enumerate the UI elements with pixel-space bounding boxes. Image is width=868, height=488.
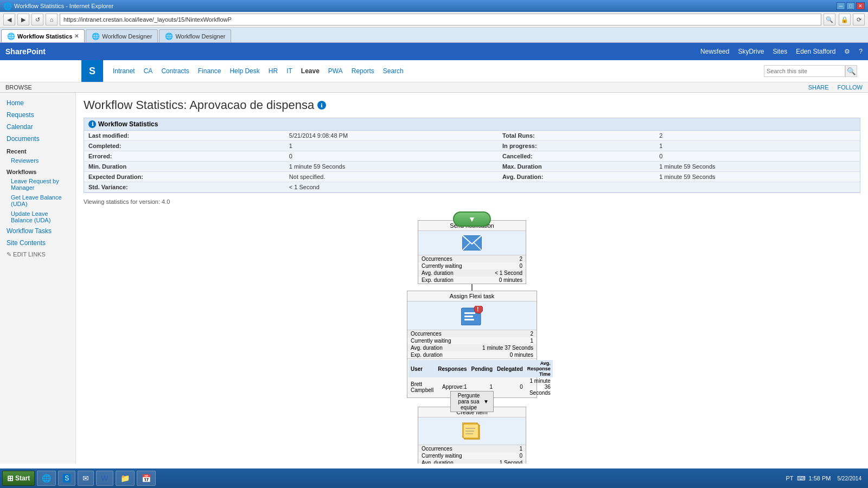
wf-start-button[interactable]: ▼ (453, 211, 491, 227)
back-button[interactable]: ◀ (3, 14, 15, 25)
stat-value-3: 1 minute 59 Seconds (285, 162, 498, 172)
sp-search-box: 🔍 (764, 65, 857, 77)
sidebar-item-calendar[interactable]: Calendar (0, 121, 75, 133)
stats-header: ℹ Workflow Statistics (84, 118, 860, 131)
tab-close-button[interactable]: ✕ (74, 33, 79, 39)
window-title: Workflow Statistics - Internet Explorer (14, 3, 837, 9)
sp-logo-box: S (81, 60, 103, 82)
stat-value-4: Not specified. (285, 172, 498, 182)
refresh-page-button[interactable]: ⟳ (853, 14, 865, 25)
sp-skydrive[interactable]: SkyDrive (738, 48, 764, 55)
tab-workflow-statistics[interactable]: 🌐 Workflow Statistics ✕ (1, 29, 85, 42)
sp-nav-links: Intranet CA Contracts Finance Help Desk … (108, 65, 764, 77)
sn-stat-3: Exp. duration 0 minutes (418, 277, 526, 284)
stat-label-r2: Cancelled: (498, 151, 655, 162)
stat-value-0: 5/21/2014 9:08:48 PM (285, 131, 498, 141)
sidebar-sub-leave-request[interactable]: Leave Request by Manager (0, 176, 75, 192)
nav-helpdesk[interactable]: Help Desk (225, 65, 264, 77)
main-layout: Home Requests Calendar Documents Recent … (0, 93, 868, 464)
sp-newsfeed[interactable]: Newsfeed (700, 48, 729, 55)
content-area: Workflow Statistics: Aprovacao de dispen… (76, 93, 868, 464)
stat-value-r0: 2 (655, 131, 860, 141)
nav-intranet[interactable]: Intranet (108, 65, 139, 77)
browser-toolbar: ◀ ▶ ↺ ⌂ 🔍 🔒 ⟳ (0, 12, 868, 28)
nav-contracts[interactable]: Contracts (157, 65, 193, 77)
nav-reports[interactable]: Reports (347, 65, 379, 77)
sn-stat-2: Avg. duration < 1 Second (418, 269, 526, 277)
col-delegated: Delegated (495, 360, 525, 377)
sidebar-item-documents[interactable]: Documents (0, 133, 75, 145)
ci-stat-0: Occurrences 1 (418, 445, 526, 452)
page-title: Workflow Statistics: Aprovacao de dispen… (84, 98, 860, 112)
pergunte-branch-button[interactable]: Pergunte para sua equipe ▼ (450, 391, 494, 412)
sn-stat-1: Currently waiting 0 (418, 262, 526, 269)
home-button[interactable]: ⌂ (46, 14, 58, 25)
sidebar-sub-get-leave[interactable]: Get Leave Balance (UDA) (0, 192, 75, 209)
nav-finance[interactable]: Finance (194, 65, 226, 77)
sidebar-edit-links[interactable]: ✎ EDIT LINKS (0, 249, 75, 260)
send-notification-stats: Occurrences 2 Currently waiting 0 Avg. d… (418, 255, 526, 284)
share-link[interactable]: SHARE (808, 84, 829, 91)
sidebar-item-requests[interactable]: Requests (0, 109, 75, 121)
ribbon-bar: BROWSE SHARE FOLLOW (0, 82, 868, 93)
nav-hr[interactable]: HR (264, 65, 282, 77)
workflow-stats-container: ℹ Workflow Statistics Last modified: 5/2… (84, 118, 860, 193)
sidebar-item-workflow-tasks[interactable]: Workflow Tasks (0, 225, 75, 237)
sp-top-right: Newsfeed SkyDrive Sites Eden Stafford ⚙ … (700, 48, 863, 55)
stats-table: Last modified: 5/21/2014 9:08:48 PM Tota… (84, 131, 860, 192)
nav-ca[interactable]: CA (139, 65, 157, 77)
stat-label-1: Completed: (84, 141, 285, 151)
sidebar-sub-reviewers[interactable]: Reviewers (0, 156, 75, 165)
assign-flexi-container: Assign Flexi task ! (84, 291, 860, 398)
search-button[interactable]: 🔍 (845, 65, 857, 77)
stat-label-3: Min. Duration (84, 162, 285, 172)
stat-value-r2: 0 (655, 151, 860, 162)
assign-flexi-icon-area: ! (407, 301, 537, 330)
stat-label-4: Expected Duration: (84, 172, 285, 182)
sp-sites[interactable]: Sites (773, 48, 787, 55)
stat-label-r3: Max. Duration (498, 162, 655, 172)
svg-text:!: ! (477, 306, 478, 312)
sp-question-icon[interactable]: ? (859, 48, 863, 55)
sn-stat-0: Occurrences 2 (418, 255, 526, 262)
nav-leave[interactable]: Leave (297, 65, 324, 77)
sidebar-item-home[interactable]: Home (0, 97, 75, 109)
send-notification-node: Send notification Occurrences (418, 220, 526, 284)
tab-bar: 🌐 Workflow Statistics ✕ 🌐 Workflow Desig… (0, 28, 868, 43)
close-button[interactable]: ✕ (856, 2, 865, 10)
nav-it[interactable]: IT (282, 65, 297, 77)
sidebar-sub-update-leave[interactable]: Update Leave Balance (UDA) (0, 209, 75, 225)
create-item-stats: Occurrences 1 Currently waiting 0 Avg. d… (418, 445, 526, 464)
forward-button[interactable]: ▶ (17, 14, 29, 25)
go-button[interactable]: 🔍 (824, 14, 835, 25)
tab-workflow-designer-2[interactable]: 🌐 Workflow Designer (159, 29, 231, 42)
stat-value-1: 1 (285, 141, 498, 151)
search-input[interactable] (764, 65, 845, 77)
nav-search[interactable]: Search (379, 65, 408, 77)
stats-info-icon: ℹ (88, 120, 96, 128)
ribbon-browse[interactable]: BROWSE (5, 84, 32, 91)
minimize-button[interactable]: ─ (837, 2, 845, 10)
title-info-icon[interactable]: ℹ (317, 101, 326, 110)
sp-gear-icon[interactable]: ⚙ (844, 48, 850, 55)
nav-pwa[interactable]: PWA (324, 65, 347, 77)
stat-label-r0: Total Runs: (498, 131, 655, 141)
send-notification-container: Send notification Occurrences (84, 220, 860, 284)
user-name: Brett Campbell (409, 377, 436, 396)
refresh-button[interactable]: ↺ (31, 14, 43, 25)
maximize-button[interactable]: □ (846, 2, 855, 10)
tab-workflow-designer-1[interactable]: 🌐 Workflow Designer (86, 29, 158, 42)
svg-rect-7 (464, 316, 473, 317)
title-bar: 🌐 Workflow Statistics - Internet Explore… (0, 0, 868, 12)
af-stat-3: Exp. duration 0 minutes (407, 351, 537, 358)
stat-value-r4: 1 minute 59 Seconds (655, 172, 860, 182)
create-item-icon-area (418, 418, 526, 445)
follow-link[interactable]: FOLLOW (838, 84, 863, 91)
col-pending: Pending (469, 360, 495, 377)
sp-user[interactable]: Eden Stafford (796, 48, 835, 55)
address-bar[interactable] (60, 14, 821, 25)
col-responses: Responses (436, 360, 469, 377)
envelope-icon (462, 235, 482, 251)
sidebar-item-site-contents[interactable]: Site Contents (0, 237, 75, 249)
stat-value-r3: 1 minute 59 Seconds (655, 162, 860, 172)
